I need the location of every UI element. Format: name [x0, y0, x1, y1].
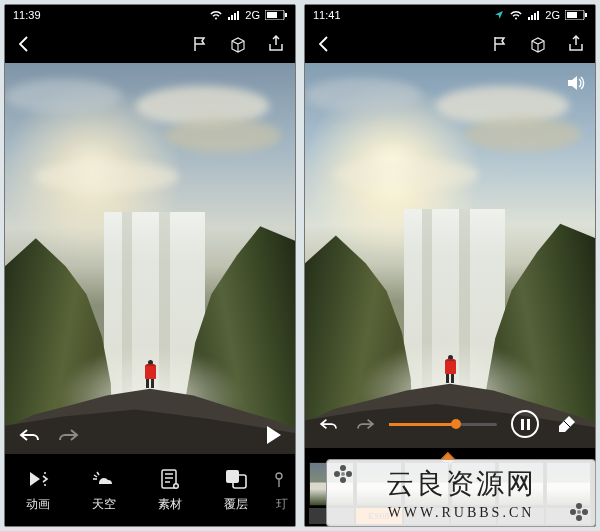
status-network: 2G: [545, 9, 560, 21]
tool-sky[interactable]: 天空: [71, 454, 137, 526]
image-canvas[interactable]: [305, 63, 595, 448]
filmstrip-labels: ES08: [305, 508, 595, 526]
sound-button[interactable]: [565, 73, 585, 97]
animation-icon: [26, 468, 50, 490]
tool-label: 动画: [26, 496, 50, 513]
image-canvas[interactable]: [5, 63, 295, 454]
filmstrip-label[interactable]: [404, 508, 449, 524]
svg-rect-1: [231, 15, 233, 20]
filmstrip-label[interactable]: [309, 508, 354, 524]
play-button[interactable]: [267, 426, 281, 444]
undo-button[interactable]: [319, 417, 339, 431]
tool-label: 玎: [276, 496, 288, 513]
eraser-button[interactable]: [553, 410, 581, 438]
svg-rect-6: [285, 13, 287, 17]
svg-rect-17: [537, 11, 539, 20]
more-icon: [275, 468, 289, 490]
status-time: 11:41: [313, 9, 341, 21]
subject-person: [142, 360, 158, 388]
tool-label: 素材: [158, 496, 182, 513]
flag-icon[interactable]: [191, 35, 209, 53]
back-button[interactable]: [15, 35, 33, 53]
filmstrip-thumb[interactable]: [451, 462, 496, 506]
filmstrip-thumb[interactable]: [546, 462, 591, 506]
svg-rect-0: [228, 17, 230, 20]
share-icon[interactable]: [567, 35, 585, 53]
wifi-icon: [209, 10, 223, 20]
status-bar: 11:39 2G: [5, 5, 295, 25]
svg-rect-16: [534, 13, 536, 20]
filmstrip-thumbs[interactable]: [305, 462, 595, 508]
filmstrip-thumb[interactable]: [498, 462, 543, 506]
tool-label: 天空: [92, 496, 116, 513]
location-icon: [494, 10, 504, 20]
undo-button[interactable]: [19, 427, 41, 443]
status-right: 2G: [209, 9, 287, 21]
canvas-controls: [5, 416, 295, 454]
status-bar: 11:41 2G: [305, 5, 595, 25]
filmstrip-thumb[interactable]: [309, 462, 354, 506]
filmstrip-label[interactable]: ES08: [356, 508, 401, 524]
filmstrip: ES08: [305, 448, 595, 526]
box-icon[interactable]: [529, 35, 547, 53]
status-right: 2G: [494, 9, 587, 21]
subject-person: [442, 355, 458, 383]
redo-button[interactable]: [355, 417, 375, 431]
material-icon: [159, 468, 181, 490]
redo-button[interactable]: [57, 427, 79, 443]
tool-animation[interactable]: 动画: [5, 454, 71, 526]
filmstrip-thumb[interactable]: [404, 462, 449, 506]
flag-icon[interactable]: [491, 35, 509, 53]
tool-material[interactable]: 素材: [137, 454, 203, 526]
tool-overlay[interactable]: 覆层: [203, 454, 269, 526]
pause-button[interactable]: [511, 410, 539, 438]
svg-rect-3: [237, 11, 239, 20]
top-toolbar: [305, 25, 595, 63]
top-toolbar: [5, 25, 295, 63]
svg-point-7: [44, 472, 46, 474]
svg-rect-5: [267, 12, 277, 18]
svg-rect-2: [234, 13, 236, 20]
svg-point-13: [276, 473, 282, 479]
status-time: 11:39: [13, 9, 41, 21]
signal-icon: [228, 10, 240, 20]
canvas-controls: [305, 400, 595, 448]
svg-point-8: [44, 484, 46, 486]
phone-left: 11:39 2G: [4, 4, 296, 527]
back-button[interactable]: [315, 35, 333, 53]
filmstrip-label[interactable]: [451, 508, 496, 524]
tool-more[interactable]: 玎: [269, 454, 295, 526]
battery-icon: [565, 10, 587, 20]
signal-icon: [528, 10, 540, 20]
svg-rect-15: [531, 15, 533, 20]
sky-icon: [91, 468, 117, 490]
filmstrip-label[interactable]: [546, 508, 591, 524]
battery-icon: [265, 10, 287, 20]
tool-label: 覆层: [224, 496, 248, 513]
bottom-toolbar: 动画 天空 素材 覆层 玎: [5, 454, 295, 526]
svg-rect-20: [585, 13, 587, 17]
status-network: 2G: [245, 9, 260, 21]
box-icon[interactable]: [229, 35, 247, 53]
phone-right: 11:41 2G: [304, 4, 596, 527]
share-icon[interactable]: [267, 35, 285, 53]
wifi-icon: [509, 10, 523, 20]
overlay-icon: [224, 468, 248, 490]
svg-rect-14: [528, 17, 530, 20]
svg-rect-19: [567, 12, 577, 18]
timeline-slider[interactable]: [389, 423, 497, 426]
filmstrip-label[interactable]: [498, 508, 543, 524]
filmstrip-thumb[interactable]: [356, 462, 401, 506]
timeline-marker[interactable]: [305, 448, 595, 462]
